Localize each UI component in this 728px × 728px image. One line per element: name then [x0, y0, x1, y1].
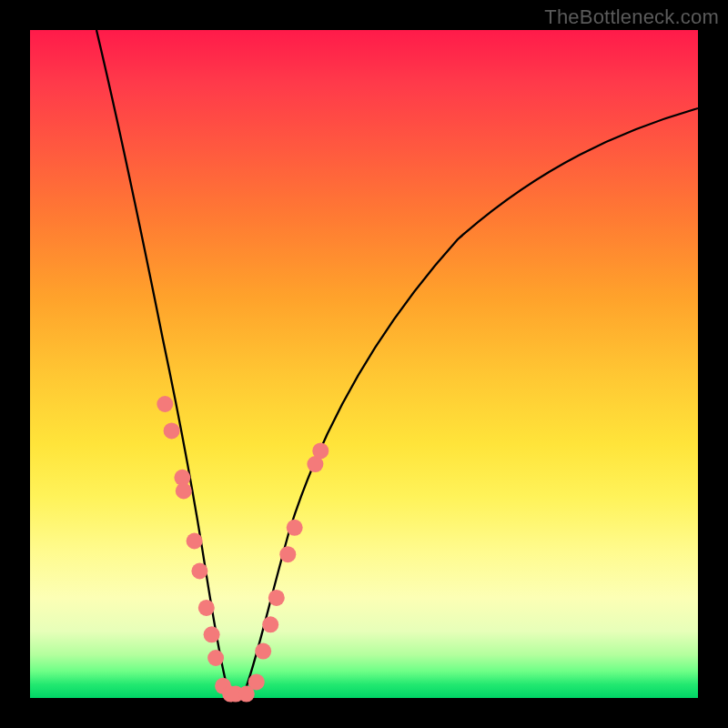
data-marker [198, 600, 215, 616]
data-marker [164, 422, 180, 439]
data-marker [312, 442, 329, 459]
data-marker [268, 590, 285, 606]
chart-frame: TheBottleneck.com [0, 0, 728, 728]
chart-curve-layer [30, 30, 698, 698]
curve-left-branch [96, 30, 228, 692]
data-marker [279, 546, 296, 562]
data-marker [207, 650, 224, 666]
data-marker [187, 533, 203, 550]
data-marker [204, 626, 220, 642]
data-marker [176, 483, 192, 500]
data-marker [191, 563, 207, 580]
chart-plot-area [30, 30, 698, 698]
curve-right-branch [244, 108, 698, 693]
watermark-label: TheBottleneck.com [544, 5, 719, 29]
data-marker [248, 673, 265, 690]
data-marker [255, 643, 271, 660]
data-marker [157, 396, 173, 412]
data-marker [287, 520, 303, 536]
data-marker [262, 616, 278, 632]
